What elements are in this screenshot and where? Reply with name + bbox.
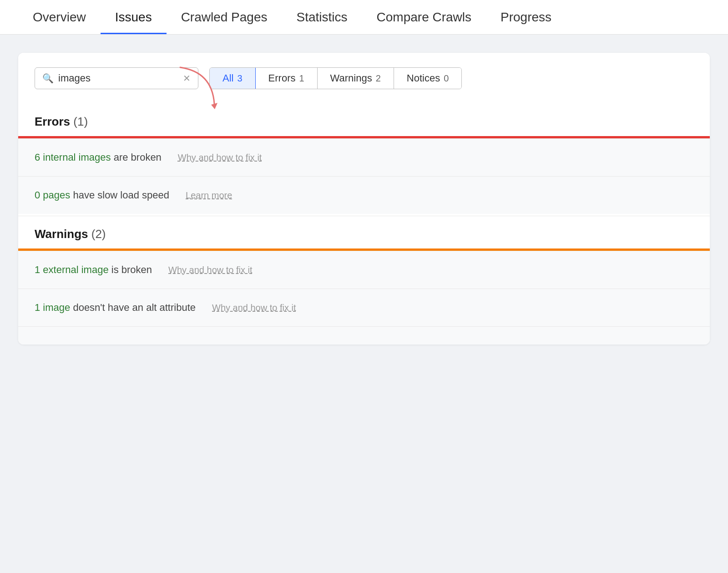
card-bottom-spacer	[18, 326, 710, 345]
broken-internal-images-text: are broken	[114, 152, 162, 163]
issue-row-slow-load-speed: 0 pages have slow load speed Learn more	[18, 176, 710, 214]
issue-row-missing-alt-attribute: 1 image doesn't have an alt attribute Wh…	[18, 289, 710, 326]
filter-notices-button[interactable]: Notices 0	[394, 68, 461, 89]
issue-row-broken-internal-images: 6 internal images are broken Why and how…	[18, 138, 710, 176]
warnings-section-header: Warnings (2)	[18, 216, 710, 248]
broken-external-image-text: is broken	[111, 264, 152, 275]
slow-load-speed-text: have slow load speed	[73, 189, 169, 201]
search-value: images	[58, 72, 178, 84]
tab-crawled-pages[interactable]: Crawled Pages	[167, 0, 282, 34]
filter-warnings-button[interactable]: Warnings 2	[318, 68, 394, 89]
tab-progress[interactable]: Progress	[486, 0, 566, 34]
nav-tabs: Overview Issues Crawled Pages Statistics…	[0, 0, 728, 35]
issue-row-broken-external-image: 1 external image is broken Why and how t…	[18, 251, 710, 289]
missing-alt-text: doesn't have an alt attribute	[73, 302, 196, 313]
broken-external-image-link[interactable]: 1 external image	[35, 264, 109, 275]
filter-all-button[interactable]: All 3	[210, 68, 256, 89]
warnings-count: (2)	[91, 227, 106, 241]
tab-issues[interactable]: Issues	[101, 0, 167, 34]
missing-alt-link[interactable]: 1 image	[35, 302, 70, 313]
search-box[interactable]: 🔍 images ✕	[35, 67, 198, 89]
filter-group: All 3 Errors 1 Warnings 2 Notices 0	[209, 67, 462, 89]
errors-section-header: Errors (1)	[18, 104, 710, 136]
search-icon: 🔍	[42, 73, 54, 84]
tab-statistics[interactable]: Statistics	[282, 0, 362, 34]
missing-alt-action[interactable]: Why and how to fix it	[212, 303, 296, 313]
filter-errors-button[interactable]: Errors 1	[256, 68, 318, 89]
tab-overview[interactable]: Overview	[18, 0, 101, 34]
broken-external-image-action[interactable]: Why and how to fix it	[168, 265, 253, 275]
errors-count: (1)	[73, 115, 88, 128]
search-filter-bar: 🔍 images ✕ All 3 Errors 1	[18, 53, 710, 104]
slow-load-speed-action[interactable]: Learn more	[186, 190, 232, 201]
issues-card: 🔍 images ✕ All 3 Errors 1	[18, 53, 710, 345]
tab-compare-crawls[interactable]: Compare Crawls	[362, 0, 486, 34]
search-area: 🔍 images ✕	[35, 67, 198, 89]
main-content: 🔍 images ✕ All 3 Errors 1	[0, 35, 728, 363]
slow-load-speed-link[interactable]: 0 pages	[35, 189, 70, 201]
broken-internal-images-action[interactable]: Why and how to fix it	[178, 152, 262, 163]
clear-search-button[interactable]: ✕	[183, 73, 191, 84]
broken-internal-images-link[interactable]: 6 internal images	[35, 152, 111, 163]
